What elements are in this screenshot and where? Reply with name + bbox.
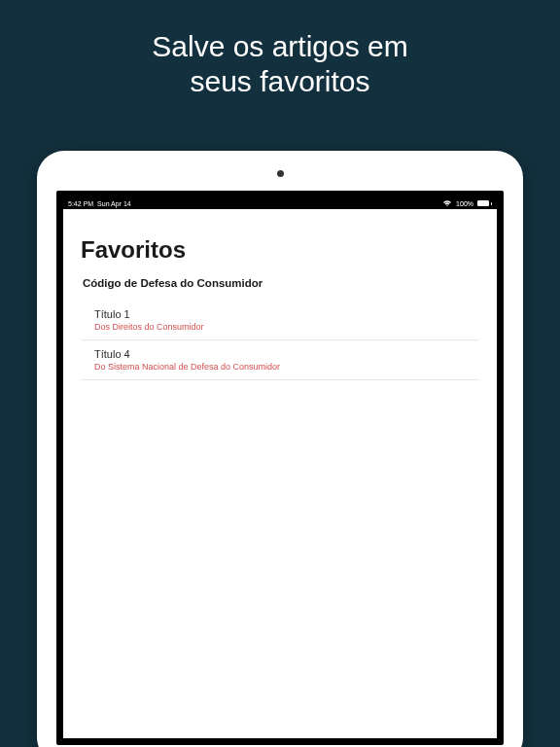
promo-line-2: seus favoritos [190,65,369,97]
status-date: Sun Apr 14 [97,200,131,207]
app-content: Favoritos Código de Defesa do Consumidor… [63,209,497,390]
list-item-subtitle: Do Sistema Nacional de Defesa do Consumi… [94,362,479,372]
status-left: 5:42 PM Sun Apr 14 [68,200,131,207]
list-item-title: Título 4 [94,348,479,360]
list-item-title: Título 1 [94,308,479,320]
status-bar: 5:42 PM Sun Apr 14 100% [63,197,497,209]
list-item[interactable]: Título 4 Do Sistema Nacional de Defesa d… [81,340,479,380]
status-right: 100% [442,199,492,208]
page-title: Favoritos [81,236,479,264]
device-screen: 5:42 PM Sun Apr 14 100% Favoritos Código… [56,191,504,745]
battery-label: 100% [456,200,473,207]
battery-icon [477,200,492,206]
promo-line-1: Salve os artigos em [152,30,407,62]
status-time: 5:42 PM [68,200,93,207]
tablet-frame: 5:42 PM Sun Apr 14 100% Favoritos Código… [37,151,523,747]
camera-icon [277,170,284,177]
list-item[interactable]: Título 1 Dos Direitos do Consumidor [81,301,479,340]
list-item-subtitle: Dos Direitos do Consumidor [94,322,479,332]
section-header: Código de Defesa do Consumidor [81,277,479,289]
promo-headline: Salve os artigos em seus favoritos [0,0,560,119]
wifi-icon [442,199,452,208]
